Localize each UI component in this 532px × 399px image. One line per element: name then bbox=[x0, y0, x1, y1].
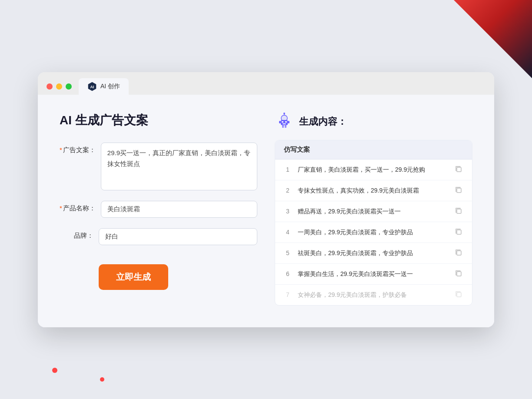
right-panel: 生成内容： 仿写文案 1 厂家直销，美白淡斑霜，买一送一，29.9元抢购 2 专… bbox=[275, 112, 472, 306]
results-column-header: 仿写文案 bbox=[275, 140, 472, 160]
decorative-corner bbox=[454, 0, 532, 78]
browser-window: AI AI 创作 AI 生成广告文案 *广告文案： 29.9买一送一，真正的厂家… bbox=[38, 72, 494, 327]
svg-rect-5 bbox=[282, 121, 283, 123]
svg-rect-11 bbox=[288, 121, 289, 123]
robot-icon bbox=[275, 112, 294, 131]
ad-copy-label: *广告文案： bbox=[60, 143, 101, 154]
copy-icon[interactable] bbox=[455, 207, 463, 216]
traffic-lights bbox=[47, 83, 72, 90]
product-name-input[interactable] bbox=[101, 201, 257, 218]
copy-icon[interactable] bbox=[455, 186, 463, 195]
table-row: 7 女神必备，29.9元美白淡斑霜，护肤必备 bbox=[275, 285, 472, 305]
result-number: 7 bbox=[284, 291, 292, 298]
results-list: 1 厂家直销，美白淡斑霜，买一送一，29.9元抢购 2 专抹女性斑点，真实功效，… bbox=[275, 160, 472, 305]
browser-chrome: AI AI 创作 bbox=[38, 72, 494, 95]
svg-rect-13 bbox=[285, 125, 286, 128]
result-number: 4 bbox=[284, 229, 292, 236]
svg-rect-14 bbox=[457, 167, 461, 172]
svg-rect-17 bbox=[457, 230, 461, 234]
result-text: 一周美白，29.9元美白淡斑霜，专业护肤品 bbox=[298, 228, 449, 237]
results-table: 仿写文案 1 厂家直销，美白淡斑霜，买一送一，29.9元抢购 2 专抹女性斑点，… bbox=[275, 140, 472, 306]
page-title: AI 生成广告文案 bbox=[60, 112, 257, 129]
svg-rect-16 bbox=[457, 209, 461, 213]
tab-label: AI 创作 bbox=[100, 83, 120, 90]
brand-input[interactable] bbox=[99, 228, 257, 245]
result-text: 祛斑美白，29.9元美白淡斑霜，专业护肤品 bbox=[298, 249, 449, 258]
right-panel-title: 生成内容： bbox=[299, 115, 347, 128]
table-row: 5 祛斑美白，29.9元美白淡斑霜，专业护肤品 bbox=[275, 243, 472, 264]
copy-icon[interactable] bbox=[455, 249, 463, 257]
ai-tab-icon: AI bbox=[87, 82, 97, 91]
svg-rect-10 bbox=[279, 121, 281, 123]
maximize-button[interactable] bbox=[66, 83, 72, 90]
form-row-ad-copy: *广告文案： 29.9买一送一，真正的厂家直销，美白淡斑霜，专抹女性斑点 bbox=[60, 143, 257, 190]
result-text: 专抹女性斑点，真实功效，29.9元美白淡斑霜 bbox=[298, 186, 449, 195]
copy-icon[interactable] bbox=[455, 228, 463, 236]
copy-icon[interactable] bbox=[455, 290, 463, 299]
svg-rect-7 bbox=[283, 123, 286, 124]
svg-rect-12 bbox=[282, 125, 284, 128]
product-label: *产品名称： bbox=[60, 201, 101, 213]
svg-rect-20 bbox=[457, 293, 461, 297]
result-text: 赠品再送，29.9元美白淡斑霜买一送一 bbox=[298, 207, 449, 216]
result-number: 1 bbox=[284, 166, 292, 173]
minimize-button[interactable] bbox=[56, 83, 62, 90]
decorative-dot1 bbox=[52, 368, 57, 373]
ad-copy-input[interactable]: 29.9买一送一，真正的厂家直销，美白淡斑霜，专抹女性斑点 bbox=[101, 143, 257, 190]
form-row-brand: 品牌： bbox=[60, 228, 257, 245]
right-header: 生成内容： bbox=[275, 112, 472, 131]
result-number: 3 bbox=[284, 208, 292, 215]
svg-rect-18 bbox=[457, 251, 461, 255]
result-number: 2 bbox=[284, 187, 292, 194]
table-row: 3 赠品再送，29.9元美白淡斑霜买一送一 bbox=[275, 201, 472, 222]
svg-rect-4 bbox=[281, 120, 288, 125]
svg-text:AI: AI bbox=[90, 85, 94, 89]
required-star: * bbox=[60, 146, 62, 153]
generate-button[interactable]: 立即生成 bbox=[99, 264, 168, 290]
table-row: 2 专抹女性斑点，真实功效，29.9元美白淡斑霜 bbox=[275, 180, 472, 201]
svg-point-9 bbox=[283, 113, 285, 114]
result-number: 5 bbox=[284, 249, 292, 256]
table-row: 6 掌握美白生活，29.9元美白淡斑霜买一送一 bbox=[275, 264, 472, 285]
required-star2: * bbox=[60, 204, 62, 212]
copy-icon[interactable] bbox=[455, 269, 463, 278]
result-number: 6 bbox=[284, 270, 292, 277]
brand-label: 品牌： bbox=[60, 228, 99, 240]
svg-rect-19 bbox=[457, 272, 461, 276]
form-row-product: *产品名称： bbox=[60, 201, 257, 218]
result-text: 女神必备，29.9元美白淡斑霜，护肤必备 bbox=[298, 290, 449, 299]
result-text: 厂家直销，美白淡斑霜，买一送一，29.9元抢购 bbox=[298, 165, 449, 174]
table-row: 1 厂家直销，美白淡斑霜，买一送一，29.9元抢购 bbox=[275, 160, 472, 180]
table-row: 4 一周美白，29.9元美白淡斑霜，专业护肤品 bbox=[275, 222, 472, 243]
left-panel: AI 生成广告文案 *广告文案： 29.9买一送一，真正的厂家直销，美白淡斑霜，… bbox=[60, 112, 257, 306]
result-text: 掌握美白生活，29.9元美白淡斑霜买一送一 bbox=[298, 269, 449, 279]
copy-icon[interactable] bbox=[455, 165, 463, 174]
close-button[interactable] bbox=[47, 83, 53, 90]
svg-rect-15 bbox=[457, 188, 461, 193]
browser-content: AI 生成广告文案 *广告文案： 29.9买一送一，真正的厂家直销，美白淡斑霜，… bbox=[38, 95, 494, 327]
svg-rect-6 bbox=[285, 121, 287, 123]
decorative-dot2 bbox=[100, 377, 104, 382]
tab-ai-creation[interactable]: AI AI 创作 bbox=[79, 78, 129, 95]
